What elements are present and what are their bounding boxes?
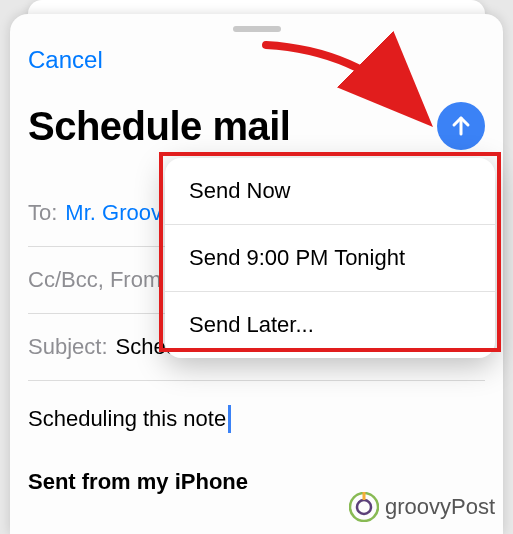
watermark: groovyPost (349, 492, 495, 522)
body-text-area[interactable]: Scheduling this note (28, 381, 485, 441)
cancel-button[interactable]: Cancel (28, 40, 485, 102)
page-title: Schedule mail (28, 104, 290, 149)
to-recipient[interactable]: Mr. Groov (65, 200, 162, 226)
to-label: To: (28, 200, 57, 226)
send-schedule-popup: Send Now Send 9:00 PM Tonight Send Later… (165, 158, 495, 358)
arrow-up-icon (449, 114, 473, 138)
send-now-option[interactable]: Send Now (165, 158, 495, 224)
watermark-text: groovyPost (385, 494, 495, 520)
subject-label: Subject: (28, 334, 108, 360)
watermark-logo-icon (349, 492, 379, 522)
body-content: Scheduling this note (28, 406, 226, 432)
sheet-grabber[interactable] (233, 26, 281, 32)
send-later-option[interactable]: Send Later... (165, 291, 495, 358)
svg-rect-4 (362, 492, 365, 500)
send-button[interactable] (437, 102, 485, 150)
text-cursor (228, 405, 231, 433)
svg-point-3 (357, 500, 371, 514)
send-tonight-option[interactable]: Send 9:00 PM Tonight (165, 224, 495, 291)
cc-label: Cc/Bcc, From (28, 267, 161, 293)
